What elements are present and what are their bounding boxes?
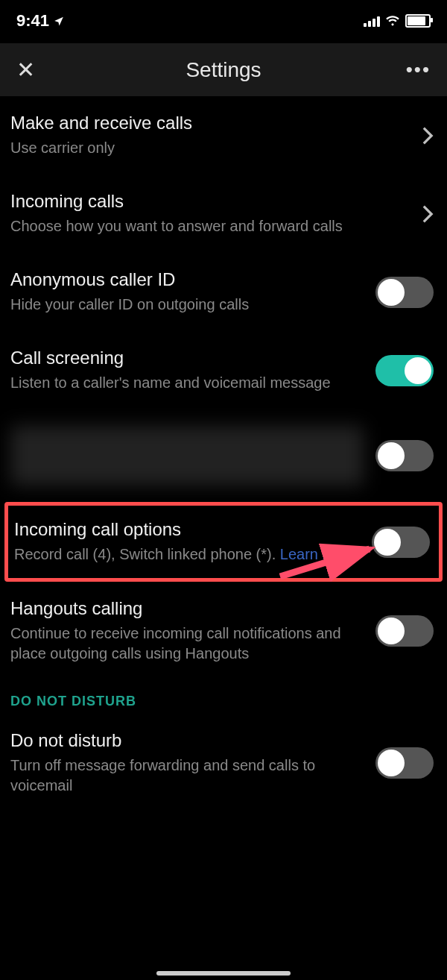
toggle-do-not-disturb[interactable] [375, 747, 434, 779]
row-subtitle: Use carrier only [10, 138, 410, 158]
page-header: ✕ Settings ••• [0, 43, 447, 96]
row-title: Hangouts calling [10, 598, 364, 619]
toggle-call-screening[interactable] [375, 355, 434, 386]
row-call-screening: Call screening Listen to a caller's name… [0, 331, 447, 409]
chevron-right-icon [422, 126, 434, 145]
row-title: Call screening [10, 348, 364, 368]
row-subtitle: Continue to receive incoming call notifi… [10, 624, 364, 664]
row-subtitle: Listen to a caller's name and voicemail … [10, 373, 364, 393]
section-label-dnd: DO NOT DISTURB [0, 680, 447, 714]
row-title: Do not disturb [10, 730, 364, 751]
row-hangouts-calling: Hangouts calling Continue to receive inc… [0, 582, 447, 680]
row-subtitle: Turn off message forwarding and send cal… [10, 756, 364, 796]
row-make-receive-calls[interactable]: Make and receive calls Use carrier only [0, 96, 447, 175]
wifi-icon [385, 15, 400, 27]
row-title: Anonymous caller ID [10, 269, 364, 290]
status-time: 9:41 [16, 11, 49, 31]
location-icon [54, 16, 64, 26]
settings-list: Make and receive calls Use carrier only … [0, 96, 447, 803]
toggle-hangouts-calling[interactable] [375, 615, 434, 647]
row-title: Make and receive calls [10, 113, 410, 134]
cellular-signal-icon [364, 15, 380, 27]
row-redacted [0, 409, 447, 502]
row-incoming-calls[interactable]: Incoming calls Choose how you want to an… [0, 175, 447, 253]
annotation-highlight-box: Incoming call options Record call (4), S… [4, 502, 443, 582]
close-button[interactable]: ✕ [16, 57, 43, 83]
learn-more-link[interactable]: Learn more [280, 546, 356, 562]
redacted-content [10, 426, 364, 486]
battery-icon [405, 14, 431, 28]
chevron-right-icon [422, 204, 434, 224]
home-indicator[interactable] [156, 971, 291, 976]
page-title: Settings [186, 58, 261, 82]
toggle-incoming-call-options[interactable] [372, 527, 430, 558]
row-do-not-disturb: Do not disturb Turn off message forwardi… [0, 714, 447, 803]
row-title: Incoming call options [14, 519, 360, 540]
row-subtitle: Record call (4), Switch linked phone (*)… [14, 544, 360, 565]
toggle-redacted[interactable] [375, 440, 434, 471]
device-notch [138, 0, 309, 25]
row-incoming-call-options: Incoming call options Record call (4), S… [8, 506, 439, 578]
more-button[interactable]: ••• [404, 58, 431, 81]
row-subtitle: Choose how you want to answer and forwar… [10, 216, 410, 236]
row-title: Incoming calls [10, 191, 410, 212]
row-subtitle: Hide your caller ID on outgoing calls [10, 295, 364, 315]
row-anonymous-caller-id: Anonymous caller ID Hide your caller ID … [0, 253, 447, 331]
toggle-anonymous-caller-id[interactable] [375, 277, 434, 308]
